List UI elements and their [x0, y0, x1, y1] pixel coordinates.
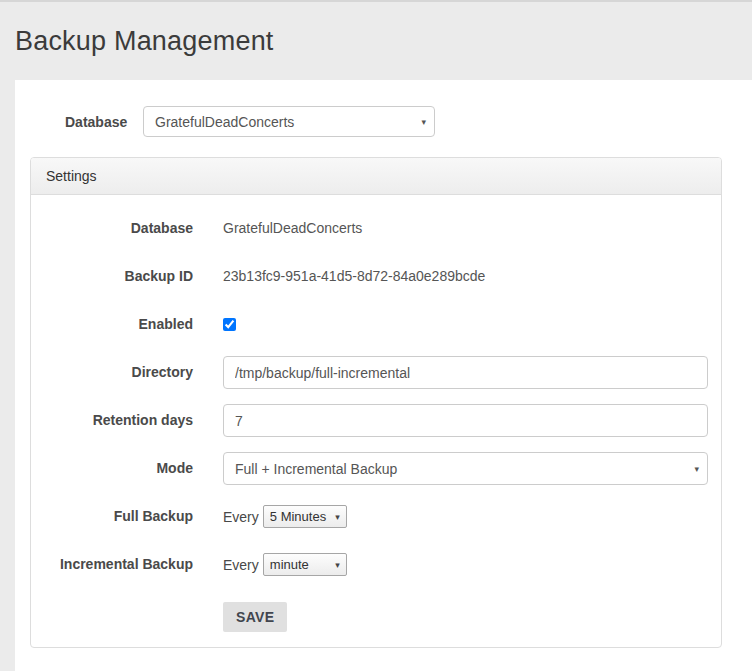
save-row: SAVE — [46, 596, 706, 632]
incremental-backup-every-text: Every — [223, 557, 259, 573]
mode-select-wrap: Full + Incremental Backup ▾ — [223, 452, 708, 485]
backup-id-row: Backup ID 23b13fc9-951a-41d5-8d72-84a0e2… — [46, 260, 706, 293]
full-backup-interval-select[interactable]: 5 Minutes — [263, 505, 347, 528]
retention-days-row: Retention days — [46, 404, 706, 437]
mode-label: Mode — [46, 452, 193, 476]
directory-input[interactable] — [223, 356, 708, 389]
page-title: Backup Management — [0, 2, 752, 57]
save-button[interactable]: SAVE — [223, 602, 287, 632]
full-backup-every-text: Every — [223, 509, 259, 525]
save-row-spacer — [46, 596, 193, 604]
incremental-backup-label: Incremental Backup — [46, 548, 193, 572]
enabled-checkbox[interactable] — [223, 318, 236, 331]
database-select-wrap: GratefulDeadConcerts ▾ — [143, 106, 435, 137]
mode-select[interactable]: Full + Incremental Backup — [223, 452, 708, 485]
database-field-label: Database — [46, 212, 193, 236]
incremental-backup-row: Incremental Backup Every minute ▾ — [46, 548, 706, 581]
retention-days-input[interactable] — [223, 404, 708, 437]
database-field-value: GratefulDeadConcerts — [223, 212, 708, 236]
settings-panel: Settings Database GratefulDeadConcerts B… — [30, 157, 722, 648]
backup-id-label: Backup ID — [46, 260, 193, 284]
mode-row: Mode Full + Incremental Backup ▾ — [46, 452, 706, 485]
backup-id-value: 23b13fc9-951a-41d5-8d72-84a0e289bcde — [223, 260, 708, 284]
full-backup-label: Full Backup — [46, 500, 193, 524]
incremental-backup-select-wrap: minute ▾ — [259, 553, 347, 576]
enabled-label: Enabled — [46, 308, 193, 332]
database-selector-row: Database GratefulDeadConcerts ▾ — [50, 106, 752, 137]
directory-row: Directory — [46, 356, 706, 389]
settings-panel-body: Database GratefulDeadConcerts Backup ID … — [31, 195, 721, 647]
incremental-backup-interval-select[interactable]: minute — [263, 553, 347, 576]
enabled-row: Enabled — [46, 308, 706, 341]
retention-days-label: Retention days — [46, 404, 193, 428]
database-select[interactable]: GratefulDeadConcerts — [143, 106, 435, 137]
directory-label: Directory — [46, 356, 193, 380]
database-field-row: Database GratefulDeadConcerts — [46, 212, 706, 245]
full-backup-row: Full Backup Every 5 Minutes ▾ — [46, 500, 706, 533]
database-selector-label: Database — [50, 114, 143, 130]
page-header: Backup Management — [0, 2, 752, 80]
content-card: Database GratefulDeadConcerts ▾ Settings… — [15, 80, 752, 671]
full-backup-select-wrap: 5 Minutes ▾ — [259, 505, 347, 528]
settings-panel-heading: Settings — [31, 158, 721, 195]
